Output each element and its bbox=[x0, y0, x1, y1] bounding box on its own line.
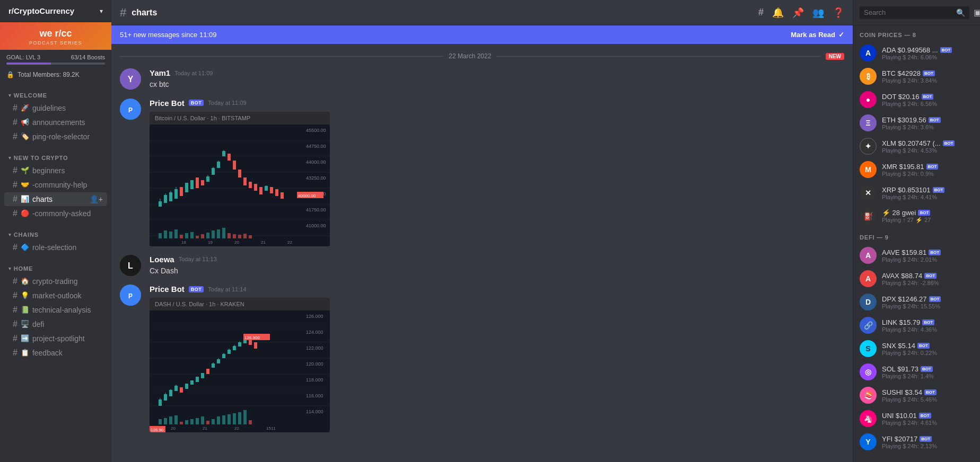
channel-item-commonly-asked[interactable]: # 🔴 -commonly-asked bbox=[4, 207, 107, 220]
coin-avatar: ✕ bbox=[860, 184, 877, 201]
channel-item-charts[interactable]: # 📊 charts 👤+ bbox=[4, 192, 107, 206]
coin-item[interactable]: 🍣 SUSHI $3.54 BOT Playing $ 24h: 5.46% bbox=[853, 384, 980, 407]
svg-rect-150 bbox=[159, 419, 162, 424]
channel-item-project-spotlight[interactable]: # ➡️ project-spotlight bbox=[4, 332, 107, 345]
coin-item[interactable]: ✕ XRP $0.853101 BOT Playing $ 24h: 4.41% bbox=[853, 181, 980, 205]
coin-item[interactable]: S SNX $5.14 BOT Playing $ 24h: 0.22% bbox=[853, 337, 980, 360]
coin-item[interactable]: A AAVE $159.81 BOT Playing $ 24h: 2.01% bbox=[853, 244, 980, 267]
svg-rect-113 bbox=[164, 394, 167, 401]
channel-item-announcements[interactable]: # 📢 announcements bbox=[4, 116, 107, 129]
mark-as-read-button[interactable]: Mark as Read ✓ bbox=[791, 31, 844, 39]
channel-item-defi[interactable]: # 🖥️ defi bbox=[4, 317, 107, 331]
channel-item-crypto-trading[interactable]: # 🏠 crypto-trading bbox=[4, 274, 107, 288]
coin-status: Playing $ 24h: 3.84% bbox=[882, 77, 974, 84]
coin-item[interactable]: D DPX $1246.27 BOT Playing $ 24h: 15.55% bbox=[853, 290, 980, 314]
bot-badge: BOT bbox=[918, 210, 930, 216]
section-label-new-to-crypto[interactable]: ▾ NEW TO CRYPTO bbox=[0, 146, 111, 163]
boost-count: 63/14 Boosts bbox=[71, 54, 105, 60]
bot-badge: BOT bbox=[924, 389, 937, 395]
coin-name: AAVE $159.81 bbox=[882, 248, 926, 256]
coin-status: Playing $ 24h: 4.36% bbox=[882, 326, 974, 333]
members-icon[interactable]: 👥 bbox=[812, 7, 824, 19]
coin-status: Playing $ 24h: 3.6% bbox=[882, 124, 974, 130]
coin-item[interactable]: M XMR $195.81 BOT Playing $ 24h: 0.9% bbox=[853, 158, 980, 181]
channel-item-community-help[interactable]: # 🤝 -community-help bbox=[4, 178, 107, 192]
right-panel-header: 🔍 ▣ ❓ bbox=[853, 0, 980, 25]
message-time: Today at 11:09 bbox=[208, 100, 246, 106]
coin-status: Playing $ 24h: 4.53% bbox=[882, 147, 974, 154]
bell-icon[interactable]: 🔔 bbox=[772, 7, 784, 19]
message-group: Y Yam1 Today at 11:09 cx btc bbox=[111, 66, 853, 92]
coin-avatar: A bbox=[860, 45, 877, 61]
message-content: Price Bot BOT Today at 11:09 Bitcoin / U… bbox=[150, 99, 844, 246]
channel-item-ping-role-selector[interactable]: # 🏷️ ping-role-selector bbox=[4, 130, 107, 144]
section-label-home[interactable]: ▾ HOME bbox=[0, 257, 111, 274]
hashtag-icon[interactable]: # bbox=[758, 7, 764, 18]
coin-status: Playing $ 24h: 4.61% bbox=[882, 420, 974, 426]
bot-badge: BOT bbox=[929, 296, 941, 302]
coin-item[interactable]: A AVAX $88.74 BOT Playing $ 24h: -2.86% bbox=[853, 267, 980, 290]
channel-item-market-outlook[interactable]: # 💡 market-outlook bbox=[4, 289, 107, 303]
coin-item[interactable]: ◎ SOL $91.73 BOT Playing $ 24h: 1.4% bbox=[853, 360, 980, 384]
server-header[interactable]: r/CryptoCurrency ▾ bbox=[0, 0, 111, 22]
layout-icon[interactable]: ▣ bbox=[974, 7, 980, 17]
search-input[interactable] bbox=[864, 8, 953, 16]
avatar: P bbox=[120, 99, 141, 120]
svg-rect-155 bbox=[185, 420, 188, 424]
coin-item[interactable]: Ξ ETH $3019.56 BOT Playing $ 24h: 3.6% bbox=[853, 111, 980, 135]
svg-rect-153 bbox=[174, 415, 178, 424]
svg-text:22: 22 bbox=[287, 240, 292, 245]
svg-rect-40 bbox=[212, 168, 215, 175]
section-label-chains[interactable]: ▾ CHAINS bbox=[0, 223, 111, 240]
coin-status: Playing $ 24h: 6.56% bbox=[882, 101, 974, 107]
server-name: r/CryptoCurrency bbox=[8, 6, 74, 15]
messages-area[interactable]: 22 March 2022 NEW Y Yam1 Today at 11:09 … bbox=[111, 44, 853, 462]
coin-status: Playing $ 24h: 5.46% bbox=[882, 396, 974, 403]
section-label-welcome[interactable]: ▾ WELCOME bbox=[0, 84, 111, 101]
coin-name: UNI $10.01 bbox=[882, 412, 917, 420]
coin-item[interactable]: ₿ BTC $42928 BOT Playing $ 24h: 3.84% bbox=[853, 65, 980, 88]
channel-item-role-selection[interactable]: # 🔷 role-selection bbox=[4, 241, 107, 254]
channel-item-feedback[interactable]: # 📋 feedback bbox=[4, 346, 107, 360]
hash-icon: # bbox=[13, 166, 18, 175]
coin-info: UNI $10.01 BOT Playing $ 24h: 4.61% bbox=[882, 412, 974, 426]
svg-rect-50 bbox=[238, 170, 241, 177]
coin-item[interactable]: Y YFI $20717 BOT Playing $ 24h: 2.13% bbox=[853, 430, 980, 454]
coin-name: SNX $5.14 bbox=[882, 342, 915, 350]
coin-name: XMR $195.81 bbox=[882, 163, 924, 171]
svg-text:P: P bbox=[128, 292, 133, 300]
svg-rect-121 bbox=[185, 384, 188, 389]
coin-item[interactable]: ● DOT $20.16 BOT Playing $ 24h: 6.56% bbox=[853, 88, 980, 111]
svg-rect-166 bbox=[243, 410, 247, 424]
coin-item[interactable]: ⛽ ⚡ 28 gwei BOT Playing ↑ 27 ⚡ 27 bbox=[853, 205, 980, 228]
coin-info: ETH $3019.56 BOT Playing $ 24h: 3.6% bbox=[882, 116, 974, 130]
add-member-icon[interactable]: 👤+ bbox=[90, 195, 103, 203]
hash-icon: # bbox=[13, 291, 18, 300]
bot-badge: BOT bbox=[926, 164, 939, 170]
svg-text:126.000: 126.000 bbox=[306, 314, 323, 319]
svg-rect-125 bbox=[196, 377, 199, 382]
help-icon[interactable]: ❓ bbox=[833, 7, 844, 19]
coin-item[interactable]: 🦄 UNI $10.01 BOT Playing $ 24h: 4.61% bbox=[853, 407, 980, 430]
channel-item-guidelines[interactable]: # 🚀 guidelines bbox=[4, 101, 107, 115]
channel-item-beginners[interactable]: # 🌱 beginners bbox=[4, 164, 107, 177]
svg-rect-68 bbox=[164, 230, 167, 238]
section-arrow: ▾ bbox=[8, 93, 12, 98]
coin-avatar: Y bbox=[860, 433, 877, 450]
svg-rect-84 bbox=[249, 235, 252, 238]
search-box[interactable]: 🔍 bbox=[860, 6, 969, 19]
svg-text:P: P bbox=[128, 106, 133, 114]
coin-info: ⚡ 28 gwei BOT Playing ↑ 27 ⚡ 27 bbox=[882, 209, 974, 224]
channel-item-technical-analysis[interactable]: # 📗 technical-analysis bbox=[4, 303, 107, 317]
bot-badge: BOT bbox=[940, 47, 952, 53]
coin-item[interactable]: 🔗 LINK $15.79 BOT Playing $ 24h: 4.36% bbox=[853, 314, 980, 337]
avatar: L bbox=[120, 255, 141, 276]
date-divider: 22 March 2022 NEW bbox=[111, 44, 853, 62]
coin-info: SNX $5.14 BOT Playing $ 24h: 0.22% bbox=[882, 342, 974, 356]
coin-item[interactable]: A ADA $0.949568 ... BOT Playing $ 24h: 6… bbox=[853, 41, 980, 65]
coin-item[interactable]: ✦ XLM $0.207457 (... BOT Playing $ 24h: … bbox=[853, 135, 980, 158]
section-arrow: ▾ bbox=[8, 266, 12, 271]
svg-rect-83 bbox=[243, 234, 247, 238]
pin-icon[interactable]: 📌 bbox=[792, 7, 804, 19]
coin-avatar: A bbox=[860, 270, 877, 287]
